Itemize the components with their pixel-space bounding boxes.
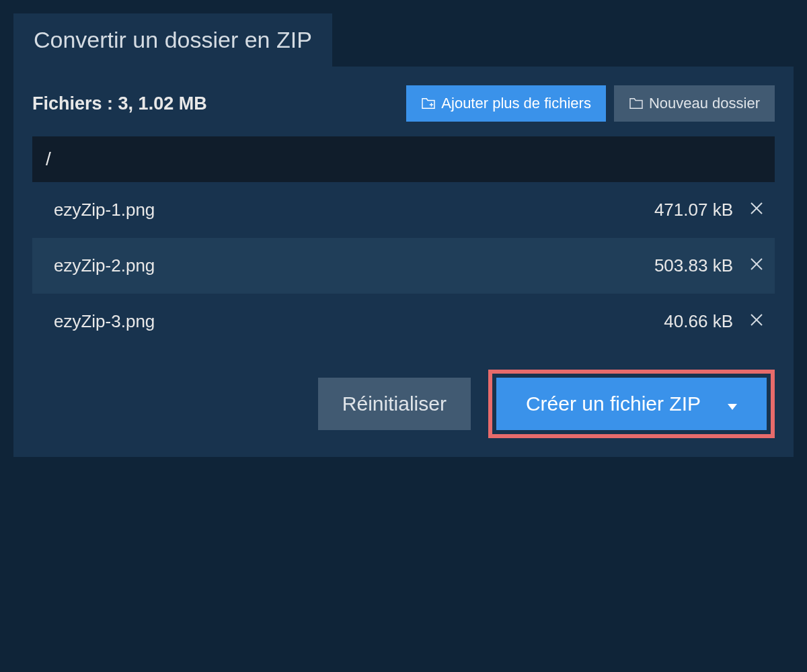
create-zip-highlight: Créer un fichier ZIP xyxy=(488,370,775,438)
create-zip-button[interactable]: Créer un fichier ZIP xyxy=(496,378,767,430)
remove-file-button[interactable] xyxy=(746,253,767,279)
create-zip-label: Créer un fichier ZIP xyxy=(526,392,701,415)
add-files-label: Ajouter plus de fichiers xyxy=(441,95,591,112)
main-panel: Fichiers : 3, 1.02 MB Ajouter plus de fi… xyxy=(13,67,794,457)
file-summary-count: 3 xyxy=(118,93,128,114)
remove-file-button[interactable] xyxy=(746,308,767,335)
new-folder-button[interactable]: Nouveau dossier xyxy=(614,85,775,122)
file-size: 471.07 kB xyxy=(654,200,733,220)
action-bar: Réinitialiser Créer un fichier ZIP xyxy=(32,370,775,438)
reset-button[interactable]: Réinitialiser xyxy=(318,378,471,430)
reset-label: Réinitialiser xyxy=(342,392,447,415)
file-name: ezyZip-1.png xyxy=(54,200,654,220)
remove-file-button[interactable] xyxy=(746,197,767,223)
close-icon xyxy=(749,257,764,271)
folder-icon xyxy=(629,97,644,110)
file-summary-sep: , xyxy=(128,93,139,114)
caret-down-icon xyxy=(728,392,737,415)
new-folder-label: Nouveau dossier xyxy=(649,95,760,112)
file-row[interactable]: ezyZip-2.png 503.83 kB xyxy=(32,238,775,294)
file-list: ezyZip-1.png 471.07 kB ezyZip-2.png 503.… xyxy=(32,182,775,349)
close-icon xyxy=(749,201,764,216)
add-files-button[interactable]: Ajouter plus de fichiers xyxy=(406,85,606,122)
folder-plus-icon xyxy=(421,97,436,110)
file-row[interactable]: ezyZip-3.png 40.66 kB xyxy=(32,294,775,349)
file-size: 503.83 kB xyxy=(654,255,733,276)
close-icon xyxy=(749,312,764,327)
file-row[interactable]: ezyZip-1.png 471.07 kB xyxy=(32,182,775,238)
tab-convert-folder[interactable]: Convertir un dossier en ZIP xyxy=(13,13,332,67)
file-name: ezyZip-2.png xyxy=(54,255,654,276)
tab-title: Convertir un dossier en ZIP xyxy=(34,27,312,52)
file-summary-size: 1.02 MB xyxy=(139,93,207,114)
current-path: / xyxy=(46,149,51,169)
file-size: 40.66 kB xyxy=(664,311,733,332)
path-bar[interactable]: / xyxy=(32,136,775,182)
toolbar: Fichiers : 3, 1.02 MB Ajouter plus de fi… xyxy=(32,85,775,122)
file-summary: Fichiers : 3, 1.02 MB xyxy=(32,93,406,114)
file-name: ezyZip-3.png xyxy=(54,311,664,332)
file-summary-label: Fichiers : xyxy=(32,93,113,114)
